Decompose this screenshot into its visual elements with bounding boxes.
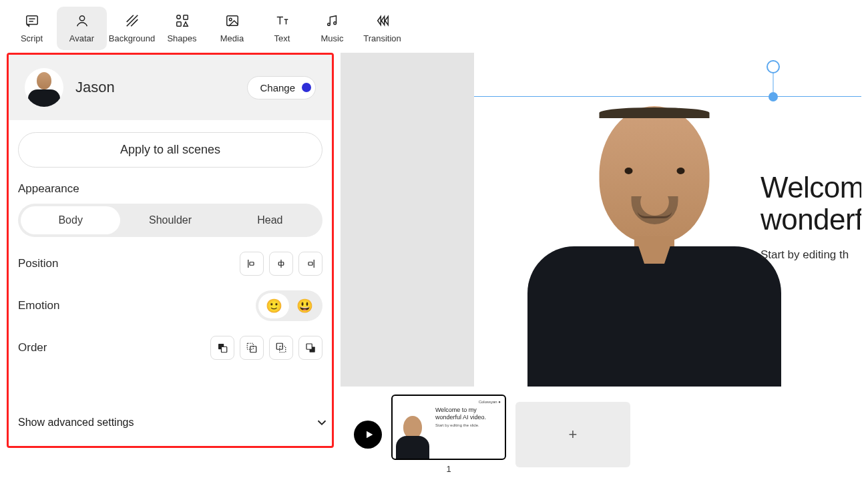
avatar-icon: [75, 13, 89, 28]
avatar-header: Jason Change: [9, 55, 332, 120]
appearance-label: Appearance: [18, 182, 322, 196]
svg-point-8: [333, 22, 336, 25]
svg-point-2: [176, 15, 180, 19]
avatar-thumbnail-image: [25, 69, 63, 107]
align-right-button[interactable]: [298, 252, 322, 276]
svg-rect-11: [308, 262, 312, 266]
emotion-segmented-control: 🙂 😃: [256, 290, 322, 321]
tab-text[interactable]: Text: [257, 7, 307, 50]
tab-script-label: Script: [21, 33, 43, 43]
tab-media-label: Media: [220, 33, 244, 43]
text-icon: [275, 13, 290, 28]
avatar-thumbnail[interactable]: [25, 68, 63, 107]
tab-transition[interactable]: Transition: [357, 7, 407, 50]
advanced-settings-label: Show advanced settings: [18, 417, 134, 429]
appearance-segmented-control: Body Shoulder Head: [18, 204, 322, 237]
align-left-icon: [246, 258, 258, 270]
bring-forward-icon: [246, 342, 258, 354]
canvas-stage[interactable]: Welcomwonderf Start by editing th: [341, 53, 861, 387]
svg-rect-9: [250, 262, 254, 266]
emotion-option-happy[interactable]: 😃: [289, 293, 320, 318]
play-icon: [364, 429, 375, 440]
tab-shapes-label: Shapes: [167, 33, 196, 43]
tab-media[interactable]: Media: [207, 7, 257, 50]
bring-forward-button[interactable]: [240, 336, 264, 360]
scene-thumbnail-1[interactable]: Colossyan ● Welcome to mywonderful AI vi…: [391, 395, 506, 460]
order-label: Order: [18, 341, 47, 354]
align-right-icon: [304, 258, 316, 270]
tab-music-label: Music: [321, 33, 344, 43]
scene-strip: Colossyan ● Welcome to mywonderful AI vi…: [341, 395, 861, 474]
svg-point-7: [327, 23, 330, 26]
tab-music[interactable]: Music: [307, 7, 357, 50]
media-icon: [225, 13, 240, 28]
tab-script[interactable]: Script: [7, 7, 57, 50]
notification-dot-icon: [302, 83, 311, 92]
script-icon: [25, 13, 39, 28]
tab-transition-label: Transition: [363, 33, 401, 43]
tab-background[interactable]: Background: [107, 7, 157, 50]
appearance-option-head[interactable]: Head: [220, 206, 320, 234]
tab-text-label: Text: [274, 33, 290, 43]
add-scene-button[interactable]: +: [515, 402, 630, 467]
scene-thumbnail-number: 1: [446, 464, 451, 474]
align-center-icon: [275, 258, 287, 270]
slide-headline: Welcomwonderf: [761, 172, 861, 236]
apply-to-all-scenes-button[interactable]: Apply to all scenes: [18, 132, 322, 168]
tab-background-label: Background: [109, 33, 155, 43]
appearance-option-shoulder[interactable]: Shoulder: [120, 206, 220, 234]
chevron-down-icon: [314, 415, 329, 430]
avatar-side-panel: Jason Change Apply to all scenes Appeara…: [7, 53, 334, 448]
svg-rect-13: [222, 347, 227, 352]
send-to-back-button[interactable]: [298, 336, 322, 360]
bring-to-front-icon: [216, 342, 228, 354]
tab-avatar-label: Avatar: [69, 33, 94, 43]
position-button-group: [240, 252, 322, 276]
music-icon: [325, 13, 340, 28]
emotion-label: Emotion: [18, 299, 59, 312]
thumbnail-watermark: Colossyan ●: [479, 400, 501, 404]
shapes-icon: [175, 13, 190, 28]
svg-rect-3: [183, 15, 187, 19]
send-backward-button[interactable]: [269, 336, 293, 360]
svg-rect-5: [226, 16, 238, 26]
svg-rect-0: [26, 16, 37, 25]
change-avatar-button[interactable]: Change: [247, 76, 316, 99]
selection-guide-line: [474, 96, 861, 97]
svg-rect-4: [176, 22, 180, 26]
send-backward-icon: [275, 342, 287, 354]
tab-shapes[interactable]: Shapes: [157, 7, 207, 50]
svg-rect-19: [306, 344, 312, 349]
svg-point-6: [229, 18, 232, 21]
bring-to-front-button[interactable]: [210, 336, 234, 360]
svg-rect-15: [250, 346, 256, 352]
thumbnail-title: Welcome to mywonderful AI video.: [435, 407, 499, 422]
appearance-option-body[interactable]: Body: [21, 206, 120, 234]
align-left-button[interactable]: [240, 252, 264, 276]
play-button[interactable]: [354, 421, 382, 449]
change-avatar-label: Change: [260, 82, 295, 93]
order-button-group: [210, 336, 322, 360]
slide-text-block[interactable]: Welcomwonderf Start by editing th: [761, 172, 861, 262]
background-icon: [125, 13, 140, 28]
emotion-option-neutral[interactable]: 🙂: [258, 293, 289, 318]
thumbnail-avatar-icon: [396, 412, 429, 459]
slide[interactable]: Welcomwonderf Start by editing th: [474, 53, 861, 387]
align-center-button[interactable]: [269, 252, 293, 276]
svg-point-1: [79, 16, 84, 21]
avatar-name: Jason: [75, 79, 235, 96]
position-label: Position: [18, 257, 58, 270]
canvas-area: Welcomwonderf Start by editing th Coloss…: [341, 53, 861, 474]
avatar-on-canvas[interactable]: [521, 99, 788, 387]
slide-subline: Start by editing th: [761, 248, 861, 262]
transition-icon: [375, 13, 390, 28]
thumbnail-sub: Start by editing the slide.: [435, 423, 499, 427]
send-to-back-icon: [304, 342, 316, 354]
show-advanced-settings-toggle[interactable]: Show advanced settings: [9, 406, 332, 439]
tab-avatar[interactable]: Avatar: [57, 7, 107, 50]
top-toolbar: Script Avatar Background Shapes Media Te…: [0, 0, 868, 50]
